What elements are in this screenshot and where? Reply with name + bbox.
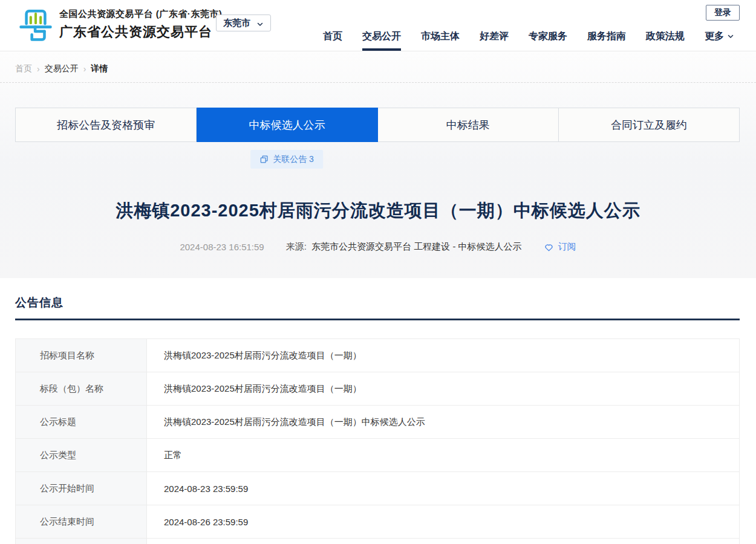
row-label: 公示标题 [16, 406, 147, 438]
source-info: 来源: 东莞市公共资源交易平台 工程建设 - 中标候选人公示 [286, 241, 522, 253]
nav-item-reviews[interactable]: 好差评 [480, 30, 509, 51]
source-label: 来源: [286, 241, 307, 251]
row-value: 洪梅镇2023-2025村居雨污分流改造项目（一期）中标候选人公示 [147, 406, 739, 438]
section-heading: 公告信息 [15, 295, 740, 320]
table-row: 标段（包）名称 洪梅镇2023-2025村居雨污分流改造项目（一期） [16, 372, 739, 406]
table-row: 公示开始时间 2024-08-23 23:59:59 [16, 472, 739, 505]
row-label: 公示结束时间 [16, 505, 147, 538]
national-platform-label: 全国公共资源交易平台 (广东省·东莞市) [59, 8, 222, 20]
brand-text: 全国公共资源交易平台 (广东省·东莞市) 广东省公共资源交易平台 [59, 8, 222, 41]
dashed-divider [0, 82, 756, 83]
heart-icon [544, 242, 554, 252]
announcement-info-section: 公告信息 招标项目名称 洪梅镇2023-2025村居雨污分流改造项目（一期） 标… [0, 278, 756, 544]
tab-contract[interactable]: 合同订立及履约 [559, 108, 740, 142]
row-label: 招标项目名称 [16, 339, 147, 372]
table-row: 公示类型 正常 [16, 439, 739, 472]
row-value: 正常 [147, 439, 739, 471]
announcement-info-table: 招标项目名称 洪梅镇2023-2025村居雨污分流改造项目（一期） 标段（包）名… [15, 338, 740, 544]
city-selector-value: 东莞市 [223, 18, 250, 29]
row-value: 洪梅镇2023-2025村居雨污分流改造项目（一期） [147, 339, 739, 372]
tab-tender-announcement[interactable]: 招标公告及资格预审 [15, 108, 197, 142]
announcement-meta: 2024-08-23 16:51:59 来源: 东莞市公共资源交易平台 工程建设… [0, 241, 756, 253]
row-label: 标段（包）名称 [16, 372, 147, 405]
publish-time: 2024-08-23 16:51:59 [180, 242, 264, 252]
row-value: 2024-08-26 23:59:59 [147, 505, 739, 538]
stage-tabs: 招标公告及资格预审 中标候选人公示 中标结果 合同订立及履约 [15, 108, 740, 142]
brand: 全国公共资源交易平台 (广东省·东莞市) 广东省公共资源交易平台 [18, 6, 222, 44]
badge-strip: 关联公告 3 [0, 150, 756, 169]
nav-item-market-entities[interactable]: 市场主体 [421, 30, 460, 51]
nav-item-service-guide[interactable]: 服务指南 [587, 30, 626, 51]
guangdong-platform-logo-icon [18, 6, 53, 44]
subscribe-button[interactable]: 订阅 [544, 241, 576, 253]
main-nav: 首页 交易公开 市场主体 好差评 专家服务 服务指南 政策法规 更多 [323, 30, 734, 51]
city-selector[interactable]: 东莞市 [216, 15, 271, 31]
row-value: 2024-08-23 23:59:59 [147, 472, 739, 505]
breadcrumb: 首页 › 交易公开 › 详情 [0, 51, 756, 82]
breadcrumb-current-detail: 详情 [91, 63, 108, 74]
nav-item-more[interactable]: 更多 [705, 30, 734, 51]
related-link-icon [259, 155, 269, 164]
table-row: 公示结束时间 2024-08-26 23:59:59 [16, 505, 739, 539]
announcement-title: 洪梅镇2023-2025村居雨污分流改造项目（一期）中标候选人公示 [0, 199, 756, 223]
login-button[interactable]: 登录 [706, 5, 740, 21]
related-announcements-badge[interactable]: 关联公告 3 [250, 150, 323, 169]
row-label: 公示开始时间 [16, 472, 147, 505]
banner-section: 首页 › 交易公开 › 详情 招标公告及资格预审 中标候选人公示 中标结果 合同… [0, 51, 756, 278]
breadcrumb-separator: › [83, 64, 86, 74]
row-label: 公示发布时间 [16, 539, 147, 544]
breadcrumb-separator: › [37, 64, 40, 74]
row-label: 公示类型 [16, 439, 147, 471]
related-badge-label: 关联公告 3 [273, 154, 314, 165]
subscribe-label: 订阅 [558, 241, 576, 253]
chevron-down-icon [256, 21, 264, 28]
nav-item-trade-publicity[interactable]: 交易公开 [362, 30, 401, 51]
nav-item-home[interactable]: 首页 [323, 30, 342, 51]
table-row: 公示标题 洪梅镇2023-2025村居雨污分流改造项目（一期）中标候选人公示 [16, 406, 739, 439]
chevron-down-icon [727, 33, 734, 40]
breadcrumb-home[interactable]: 首页 [15, 63, 32, 74]
source-value: 东莞市公共资源交易平台 工程建设 - 中标候选人公示 [311, 241, 522, 251]
row-value: 洪梅镇2023-2025村居雨污分流改造项目（一期） [147, 372, 739, 405]
table-row: 公示发布时间 2024-08-23 16:51:59 [16, 539, 739, 544]
nav-item-expert-services[interactable]: 专家服务 [529, 30, 567, 51]
nav-item-policies[interactable]: 政策法规 [646, 30, 685, 51]
breadcrumb-trade-publicity[interactable]: 交易公开 [45, 63, 79, 74]
table-row: 招标项目名称 洪梅镇2023-2025村居雨污分流改造项目（一期） [16, 339, 739, 372]
row-value: 2024-08-23 16:51:59 [147, 539, 739, 544]
tab-winning-candidate-publicity[interactable]: 中标候选人公示 [197, 108, 377, 142]
site-header: 全国公共资源交易平台 (广东省·东莞市) 广东省公共资源交易平台 东莞市 登录 … [0, 0, 756, 51]
provincial-platform-title: 广东省公共资源交易平台 [59, 23, 222, 41]
tab-winning-result[interactable]: 中标结果 [378, 108, 559, 142]
